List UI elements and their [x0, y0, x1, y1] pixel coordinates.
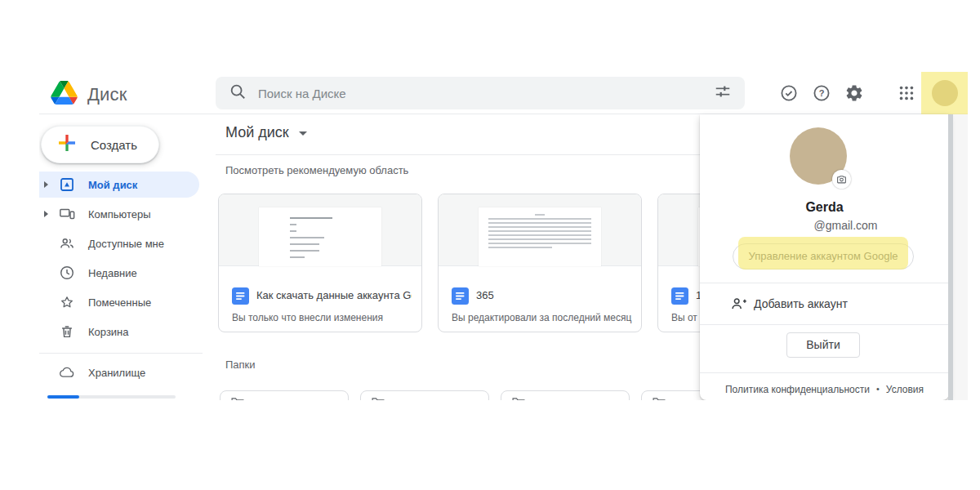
file-preview: [439, 194, 641, 266]
show-suggestions-link[interactable]: Посмотреть рекомендуемую область: [225, 164, 408, 176]
file-card[interactable]: Как скачать данные аккаунта Goo... Вы то…: [218, 194, 422, 332]
sidebar-item-my-drive[interactable]: Мой диск: [39, 172, 199, 198]
folder-card[interactable]: [501, 390, 630, 400]
sidebar-item-label: Недавние: [88, 267, 137, 279]
storage-progress-fill: [47, 395, 79, 399]
trash-icon: [59, 323, 75, 340]
account-menu: Gerda @gmail.com Управление аккаунтом Go…: [700, 114, 949, 400]
offline-status-icon[interactable]: [773, 77, 805, 109]
folder-icon: [512, 397, 525, 400]
file-card[interactable]: 365 Вы редактировали за последний месяц: [438, 194, 642, 332]
top-bar: Диск: [39, 72, 968, 114]
file-title: Как скачать данные аккаунта Goo...: [256, 289, 412, 301]
search-icon[interactable]: [229, 82, 247, 104]
apps-grid-icon[interactable]: [890, 77, 923, 109]
file-subtitle: Вы редактировали за последний месяц: [452, 312, 636, 323]
help-icon[interactable]: ?: [805, 77, 838, 109]
star-icon: [59, 294, 75, 310]
expand-arrow-icon[interactable]: [44, 181, 48, 188]
create-button[interactable]: Создать: [41, 126, 159, 163]
menu-divider: [700, 372, 949, 373]
folder-card[interactable]: [360, 390, 489, 400]
sidebar-divider: [39, 353, 203, 354]
drive-window: Диск: [39, 72, 968, 400]
sidebar-item-computers[interactable]: Компьютеры: [39, 201, 199, 227]
google-doc-icon: [232, 287, 249, 308]
file-meta: 365 Вы редактировали за последний месяц: [439, 266, 641, 332]
create-button-label: Создать: [91, 138, 137, 152]
expand-arrow-icon[interactable]: [44, 211, 48, 217]
manage-account-button[interactable]: Управление аккаунтом Google: [733, 243, 914, 270]
drive-logo-icon: [51, 81, 78, 108]
document-thumbnail: [259, 207, 381, 266]
clock-icon: [59, 265, 75, 281]
folders-heading: Папки: [225, 359, 256, 371]
page-scrollbar-thumb[interactable]: [948, 114, 953, 400]
app-title: Диск: [87, 84, 127, 105]
folder-icon: [653, 397, 666, 400]
cloud-icon: [59, 364, 75, 381]
account-email: @gmail.com: [742, 219, 949, 232]
sidebar-item-label: Хранилище: [88, 367, 145, 379]
google-doc-icon: [452, 287, 469, 308]
page-background: Диск: [0, 0, 980, 490]
chevron-down-icon: [299, 131, 307, 136]
sidebar-item-label: Корзина: [88, 326, 129, 338]
sign-out-button[interactable]: Выйти: [786, 332, 860, 358]
sidebar-item-label: Доступные мне: [88, 238, 164, 250]
sidebar-item-recent[interactable]: Недавние: [39, 260, 199, 286]
add-account-button[interactable]: Добавить аккаунт: [700, 283, 949, 324]
search-input[interactable]: [258, 87, 714, 100]
file-preview: [219, 194, 421, 266]
sidebar-item-label: Мой диск: [88, 179, 137, 191]
sidebar-item-starred[interactable]: Помеченные: [39, 289, 199, 315]
menu-divider: [700, 324, 949, 325]
document-thumbnail: [479, 207, 601, 266]
sidebar-item-label: Помеченные: [88, 296, 151, 309]
plus-icon: [55, 131, 79, 158]
file-title: 365: [476, 289, 631, 301]
storage-progress-track: [47, 395, 176, 399]
drive-logo[interactable]: Диск: [51, 81, 127, 108]
search-options-icon[interactable]: [714, 82, 732, 104]
file-meta: Как скачать данные аккаунта Goo... Вы то…: [219, 266, 421, 332]
account-menu-footer: Политика конфиденциальности • Условия: [700, 384, 949, 395]
my-drive-icon: [59, 176, 75, 193]
person-add-icon: [729, 295, 747, 313]
file-subtitle: Вы только что внесли изменения: [232, 312, 416, 323]
sidebar-item-trash[interactable]: Корзина: [39, 318, 199, 345]
sidebar-item-storage[interactable]: Хранилище: [39, 359, 199, 385]
account-name: Gerda: [700, 200, 949, 215]
breadcrumb-my-drive[interactable]: Мой диск: [225, 124, 307, 141]
search-bar[interactable]: [216, 77, 745, 109]
tutorial-highlight-avatar: [921, 72, 968, 114]
terms-link[interactable]: Условия: [886, 384, 924, 395]
camera-icon: [836, 174, 847, 185]
page-title: Мой диск: [225, 124, 289, 141]
footer-separator: •: [876, 384, 880, 395]
shared-people-icon: [59, 235, 75, 252]
privacy-policy-link[interactable]: Политика конфиденциальности: [725, 384, 870, 395]
folder-icon: [231, 397, 244, 400]
computers-icon: [59, 206, 75, 222]
svg-text:?: ?: [819, 88, 825, 98]
folder-card[interactable]: [220, 390, 349, 400]
change-photo-button[interactable]: [832, 170, 851, 189]
google-doc-icon: [671, 287, 688, 308]
folder-icon: [372, 397, 385, 400]
sidebar-item-shared-with-me[interactable]: Доступные мне: [39, 230, 199, 256]
add-account-label: Добавить аккаунт: [754, 297, 848, 310]
sidebar-item-label: Компьютеры: [88, 208, 151, 220]
settings-icon[interactable]: [838, 77, 871, 109]
